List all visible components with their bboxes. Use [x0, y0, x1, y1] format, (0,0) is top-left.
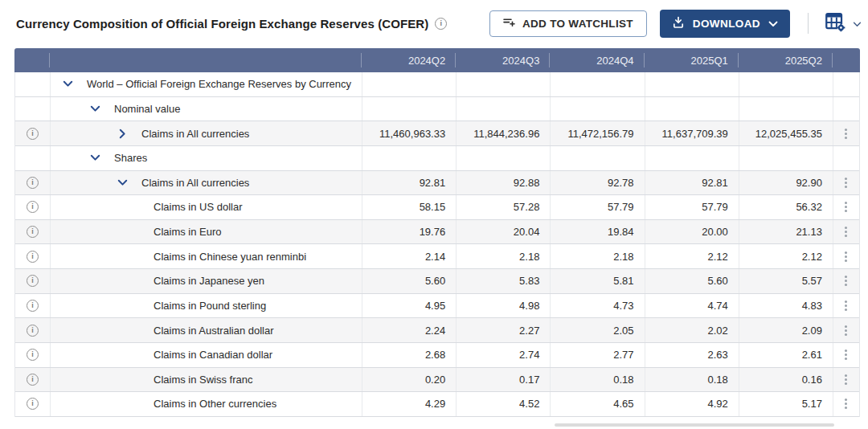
expand-chevron-icon[interactable] — [62, 79, 73, 90]
value-cell — [645, 72, 739, 96]
value-cell: 20.04 — [457, 220, 551, 244]
value-cell — [551, 72, 645, 96]
table-row: Claims in All currencies 92.81 92.88 92.… — [15, 171, 859, 196]
column-header: 2024Q2 — [362, 48, 456, 72]
value-cell — [645, 97, 739, 121]
value-cell: 2.12 — [645, 244, 739, 268]
table-header-row: 2024Q2 2024Q3 2024Q4 2025Q1 2025Q2 — [14, 48, 860, 72]
expand-chevron-icon[interactable] — [89, 153, 100, 164]
kebab-menu-icon[interactable] — [845, 255, 847, 258]
kebab-menu-icon[interactable] — [845, 353, 847, 356]
kebab-menu-icon[interactable] — [845, 206, 847, 208]
chevron-down-icon — [768, 18, 778, 30]
info-icon[interactable] — [27, 398, 39, 410]
info-icon[interactable] — [27, 201, 39, 213]
row-label: Claims in Canadian dollar — [154, 349, 272, 361]
value-cell: 5.57 — [739, 269, 833, 293]
add-to-watchlist-button[interactable]: ADD TO WATCHLIST — [489, 10, 647, 37]
row-label-cell: World – Official Foreign Exchange Reserv… — [51, 72, 362, 96]
add-to-watchlist-label: ADD TO WATCHLIST — [522, 18, 633, 30]
row-info-cell — [15, 343, 51, 367]
kebab-menu-icon[interactable] — [845, 378, 847, 381]
toolbar-actions: ADD TO WATCHLIST DOWNLOAD — [489, 10, 863, 38]
info-icon[interactable] — [27, 177, 39, 189]
value-cell: 4.74 — [645, 294, 739, 318]
row-label: Claims in Other currencies — [154, 398, 276, 410]
info-icon[interactable] — [27, 325, 39, 337]
value-cell: 2.05 — [551, 318, 645, 342]
table-row: World – Official Foreign Exchange Reserv… — [15, 72, 859, 97]
row-label: World – Official Foreign Exchange Reserv… — [87, 78, 351, 90]
table-row: Claims in Other currencies 4.29 4.52 4.6… — [15, 392, 859, 417]
expand-chevron-icon[interactable] — [117, 177, 128, 188]
kebab-menu-icon[interactable] — [845, 304, 847, 307]
row-info-cell — [15, 72, 51, 96]
row-menu-cell — [833, 368, 859, 392]
row-info-cell — [15, 294, 51, 318]
value-cell: 92.78 — [551, 171, 645, 195]
value-cell: 2.18 — [551, 244, 645, 268]
value-cell: 19.76 — [362, 220, 457, 244]
info-icon[interactable] — [27, 300, 39, 312]
value-cell — [362, 97, 457, 121]
row-label-cell: Claims in Japanese yen — [51, 269, 362, 293]
info-icon[interactable] — [27, 349, 39, 361]
download-button[interactable]: DOWNLOAD — [660, 10, 790, 38]
row-label: Claims in All currencies — [141, 128, 249, 140]
value-cell: 5.60 — [362, 269, 457, 293]
value-cell: 4.52 — [457, 392, 551, 416]
kebab-menu-icon[interactable] — [845, 280, 847, 282]
row-info-cell — [15, 171, 51, 195]
data-table: 2024Q2 2024Q3 2024Q4 2025Q1 2025Q2 World… — [14, 48, 860, 417]
info-icon[interactable] — [27, 275, 39, 287]
expand-chevron-icon[interactable] — [89, 103, 100, 114]
table-row: Claims in Australian dollar 2.24 2.27 2.… — [15, 318, 859, 343]
row-label-cell: Nominal value — [51, 97, 362, 121]
value-cell: 19.84 — [551, 220, 645, 244]
download-label: DOWNLOAD — [693, 18, 760, 30]
value-cell: 2.61 — [739, 343, 833, 367]
header-info-column — [14, 48, 50, 72]
row-info-cell — [15, 97, 51, 121]
column-header: 2025Q1 — [645, 48, 739, 72]
value-cell: 4.73 — [551, 294, 645, 318]
row-label: Nominal value — [114, 103, 180, 115]
info-icon[interactable] — [27, 128, 39, 140]
row-menu-cell — [833, 318, 859, 342]
page-title: Currency Composition of Official Foreign… — [16, 17, 428, 31]
kebab-menu-icon[interactable] — [845, 329, 847, 332]
table-row: Claims in Pound sterling 4.95 4.98 4.73 … — [15, 294, 859, 319]
info-icon[interactable] — [27, 374, 39, 386]
kebab-menu-icon[interactable] — [845, 133, 847, 135]
row-info-cell — [15, 392, 51, 416]
table-settings-button[interactable] — [823, 10, 863, 37]
value-cell: 0.18 — [551, 368, 645, 392]
table-body: World – Official Foreign Exchange Reserv… — [14, 72, 860, 417]
row-menu-cell — [833, 392, 859, 416]
info-icon[interactable] — [27, 226, 39, 238]
table-row: Claims in All currencies 11,460,963.33 1… — [15, 121, 859, 146]
row-label: Shares — [114, 152, 147, 164]
row-menu-cell — [833, 97, 859, 121]
value-cell: 21.13 — [739, 220, 833, 244]
row-label: Claims in Pound sterling — [154, 300, 266, 312]
horizontal-scrollbar[interactable] — [555, 423, 834, 427]
row-label: Claims in Swiss franc — [154, 374, 253, 386]
table-row: Claims in Canadian dollar 2.68 2.74 2.77… — [15, 343, 859, 368]
value-cell: 5.81 — [551, 269, 645, 293]
list-add-icon — [503, 17, 515, 30]
row-menu-cell — [833, 220, 859, 244]
kebab-menu-icon[interactable] — [845, 182, 847, 184]
value-cell: 56.32 — [739, 195, 833, 219]
value-cell: 11,472,156.79 — [551, 121, 645, 145]
value-cell: 2.12 — [739, 244, 833, 268]
info-icon[interactable] — [27, 251, 39, 263]
row-label-cell: Claims in Chinese yuan renminbi — [51, 244, 362, 268]
row-menu-cell — [833, 343, 859, 367]
kebab-menu-icon[interactable] — [845, 402, 847, 405]
info-icon[interactable] — [435, 18, 447, 30]
kebab-menu-icon[interactable] — [845, 231, 847, 233]
row-label-cell: Claims in Australian dollar — [51, 318, 362, 342]
collapse-chevron-icon[interactable] — [117, 128, 128, 139]
row-info-cell — [15, 146, 51, 170]
